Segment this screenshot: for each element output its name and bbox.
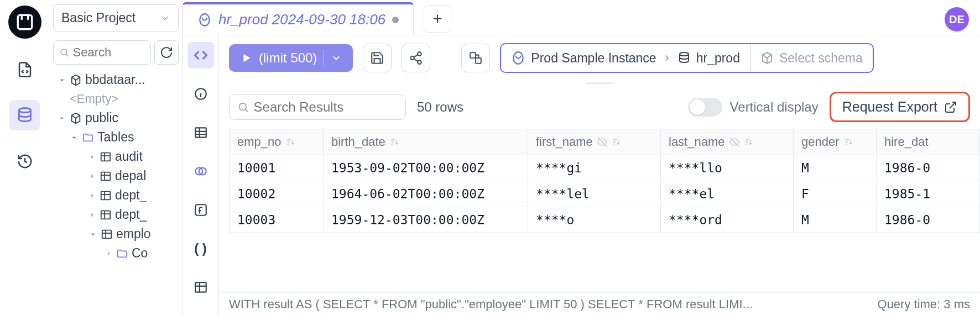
- external-link-icon: [944, 101, 957, 114]
- results-search[interactable]: [229, 94, 406, 120]
- share-button[interactable]: [402, 44, 430, 72]
- database-icon: [677, 51, 691, 65]
- column-header[interactable]: first_name: [528, 129, 661, 155]
- eye-off-icon: [729, 137, 739, 147]
- column-header[interactable]: birth_date: [324, 129, 528, 155]
- postgres-icon: [511, 51, 525, 65]
- tree-table-item[interactable]: audit: [53, 147, 179, 166]
- project-selector[interactable]: Basic Project: [53, 4, 179, 31]
- results-toolbar: 50 rows Vertical display Request Export: [219, 85, 980, 129]
- tree-table-item[interactable]: emplo: [53, 224, 179, 244]
- table-header-row: emp_no birth_date first_name last_name g…: [230, 129, 980, 155]
- tree-schema-node[interactable]: bbdataar...: [53, 70, 179, 89]
- table-icon: [100, 189, 112, 202]
- results-search-input[interactable]: [254, 99, 398, 115]
- svg-rect-5: [101, 191, 111, 199]
- rail-info-icon[interactable]: [187, 81, 214, 107]
- rail-grid-icon[interactable]: [187, 119, 214, 146]
- schema-tree: bbdataar... <Empty> public Tables audit: [53, 70, 179, 263]
- table-row[interactable]: 100011953-09-02T00:00:00Z****gi****lloM1…: [230, 155, 980, 181]
- app-rail: [0, 0, 50, 316]
- branch-button[interactable]: [461, 44, 490, 72]
- folder-icon: [82, 131, 94, 144]
- table-icon: [101, 228, 113, 240]
- tab-bar: hr_prod 2024-09-30 18:06 + DE: [183, 0, 980, 35]
- table-icon: [100, 151, 112, 163]
- chevron-down-icon: [331, 52, 342, 64]
- vertical-display-label: Vertical display: [730, 99, 819, 115]
- breadcrumb-schema[interactable]: Select schema: [750, 44, 873, 72]
- refresh-button[interactable]: [154, 40, 179, 65]
- query-toolbar: (limit 500): [219, 35, 980, 81]
- rail-join-icon[interactable]: [187, 158, 214, 185]
- svg-rect-4: [101, 172, 111, 180]
- split-handle[interactable]: [219, 81, 980, 85]
- chevron-down-icon: [159, 13, 170, 24]
- cube-icon: [70, 112, 82, 124]
- svg-point-21: [680, 52, 689, 56]
- row-count-label: 50 rows: [417, 99, 463, 115]
- tree-subfolder[interactable]: Co: [53, 244, 179, 263]
- play-icon: [240, 52, 252, 64]
- sidebar-search[interactable]: [53, 40, 151, 65]
- main-column: hr_prod 2024-09-30 18:06 + DE: [183, 0, 980, 316]
- table-icon: [100, 170, 112, 182]
- sidebar: Basic Project bbdataar... <Empty>: [50, 0, 183, 316]
- chevron-right-icon: [662, 53, 672, 63]
- unsaved-indicator-icon: [392, 17, 399, 23]
- run-button-label: (limit 500): [259, 50, 317, 66]
- svg-point-2: [61, 49, 67, 55]
- table-row[interactable]: 100031959-12-03T00:00:00Z****o****ordM19…: [230, 207, 980, 233]
- rail-table-icon[interactable]: [187, 274, 214, 301]
- sort-icon: [744, 138, 753, 146]
- run-button[interactable]: (limit 500): [229, 44, 353, 72]
- eye-off-icon: [597, 137, 607, 147]
- rail-code-view[interactable]: [187, 42, 214, 69]
- svg-rect-14: [195, 282, 206, 292]
- avatar[interactable]: DE: [945, 7, 969, 31]
- status-query-time: Query time: 3 ms: [878, 297, 970, 312]
- rail-history-icon[interactable]: [9, 146, 40, 176]
- svg-rect-6: [101, 210, 111, 219]
- column-header[interactable]: hire_dat: [877, 129, 980, 155]
- sort-icon: [844, 138, 853, 146]
- request-export-button[interactable]: Request Export: [830, 92, 970, 122]
- save-button[interactable]: [363, 44, 392, 72]
- rail-function-icon[interactable]: [187, 197, 214, 223]
- tree-table-item[interactable]: dept_: [53, 205, 179, 224]
- tree-tables-folder[interactable]: Tables: [53, 128, 179, 147]
- rail-code-icon[interactable]: [9, 54, 40, 85]
- content-pane: (limit 500): [219, 35, 980, 316]
- tab-active[interactable]: hr_prod 2024-09-30 18:06: [183, 2, 414, 35]
- svg-rect-7: [102, 230, 112, 238]
- rail-database-icon[interactable]: [9, 100, 40, 130]
- sort-icon: [390, 138, 399, 146]
- new-tab-button[interactable]: +: [424, 5, 451, 33]
- column-header[interactable]: last_name: [661, 129, 794, 155]
- sidebar-search-input[interactable]: [73, 45, 145, 60]
- vertical-display-toggle[interactable]: [688, 98, 722, 117]
- tree-table-item[interactable]: dept_: [53, 186, 179, 205]
- column-header[interactable]: gender: [794, 129, 877, 155]
- svg-rect-18: [471, 52, 476, 58]
- svg-point-16: [411, 56, 415, 60]
- svg-rect-0: [18, 15, 32, 29]
- cube-icon: [70, 74, 82, 86]
- app-logo[interactable]: [8, 6, 41, 39]
- tab-title: hr_prod 2024-09-30 18:06: [218, 11, 385, 28]
- svg-rect-10: [195, 128, 206, 137]
- project-selector-label: Basic Project: [61, 10, 135, 25]
- tree-table-item[interactable]: depal: [53, 166, 179, 186]
- tree-schema-node[interactable]: public: [53, 108, 179, 128]
- breadcrumb-instance[interactable]: Prod Sample Instance hr_prod: [501, 44, 750, 72]
- editor-tool-rail: ( ): [183, 35, 219, 316]
- svg-point-15: [418, 52, 422, 56]
- svg-point-17: [418, 60, 422, 64]
- tree-empty-label: <Empty>: [53, 89, 179, 108]
- breadcrumb: Prod Sample Instance hr_prod Select sche…: [500, 43, 873, 73]
- column-header[interactable]: emp_no: [230, 129, 324, 155]
- sort-icon: [286, 138, 295, 146]
- cube-icon: [760, 51, 774, 65]
- rail-parentheses-icon[interactable]: ( ): [187, 235, 214, 262]
- table-row[interactable]: 100021964-06-02T00:00:00Z****lel****elF1…: [230, 181, 980, 207]
